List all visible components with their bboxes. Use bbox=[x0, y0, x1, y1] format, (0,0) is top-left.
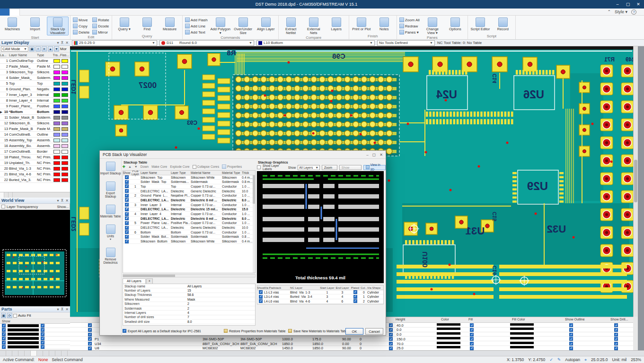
layer-color-swatch[interactable] bbox=[53, 150, 60, 154]
part-fill-checkbox[interactable] bbox=[41, 345, 44, 349]
move-down-icon[interactable]: ▼ bbox=[134, 165, 138, 168]
layer-color-swatch[interactable] bbox=[53, 70, 60, 74]
layer-show-checkbox[interactable] bbox=[125, 235, 129, 239]
layer-color-swatch[interactable] bbox=[53, 76, 60, 80]
collapse-cores-checkbox[interactable]: Collapse Cores bbox=[193, 165, 219, 169]
close-button[interactable]: ✕ bbox=[634, 1, 643, 8]
stackup-row[interactable]: Solder_Mask_Bot... Soldermask Soldermask… bbox=[123, 235, 255, 240]
row-fill-checkbox[interactable] bbox=[470, 333, 474, 337]
ribbon-button-external-nets[interactable]: External Nets bbox=[303, 17, 325, 35]
ribbon-button-delete[interactable]: Delete bbox=[72, 29, 90, 35]
row-outline-checkbox[interactable] bbox=[569, 323, 573, 327]
delete-layer-icon[interactable]: ✕ bbox=[42, 46, 47, 52]
part-fill-checkbox[interactable] bbox=[41, 337, 44, 340]
style-dropdown[interactable]: Style ▾ bbox=[615, 9, 627, 14]
maximize-button[interactable]: ▢ bbox=[623, 1, 633, 8]
via-show-checkbox[interactable] bbox=[259, 299, 263, 303]
cancel-button[interactable]: Cancel bbox=[365, 328, 383, 335]
row-fill-color-swatch[interactable] bbox=[510, 332, 534, 335]
layer-show-checkbox[interactable] bbox=[125, 184, 129, 188]
ribbon-button-stack-up-visualizer[interactable]: Stack Up Visualizer bbox=[47, 17, 69, 35]
ribbon-button-find[interactable]: Find bbox=[136, 17, 158, 34]
row-height-checkbox[interactable] bbox=[389, 337, 393, 341]
row-color-swatch[interactable] bbox=[437, 346, 460, 348]
property-row[interactable]: Smallest drill size 8.0 bbox=[123, 320, 255, 324]
part-show-checkbox[interactable] bbox=[2, 324, 6, 328]
layer-flash-swatch[interactable] bbox=[62, 127, 68, 131]
layer-color-swatch[interactable] bbox=[53, 133, 60, 137]
ribbon-tab[interactable] bbox=[39, 9, 48, 16]
parts-left-row[interactable] bbox=[0, 337, 70, 341]
layer-panel-tab[interactable] bbox=[0, 192, 4, 198]
layer-row[interactable]: 11 Solder_Mask_B Solderm. bbox=[0, 115, 70, 121]
ribbon-tab[interactable] bbox=[48, 9, 58, 16]
stackup-row[interactable]: DIELECTRIC_LA... Dielectric Dielectric 8… bbox=[123, 216, 255, 221]
check-icon[interactable]: ✓ bbox=[549, 357, 553, 362]
row-outline-checkbox[interactable] bbox=[569, 342, 573, 346]
layer-flash-swatch[interactable] bbox=[62, 99, 68, 103]
panel-close-icon[interactable]: ✕ bbox=[65, 199, 69, 203]
layer-flash-swatch[interactable] bbox=[62, 156, 68, 159]
layer-color-swatch[interactable] bbox=[53, 110, 60, 114]
layer-color-swatch[interactable] bbox=[53, 167, 60, 171]
property-row[interactable]: Where Measured Mask bbox=[123, 297, 255, 302]
via-row[interactable]: L1-L3 vias Blind_Via_1-3 1 3 0 Cylinder bbox=[257, 290, 383, 295]
stackup-row[interactable]: 1 Top Top Copper 0.73 oz... Conductor 1.… bbox=[123, 184, 255, 189]
layer-row[interactable]: 16 Assembly_Bo. Assemb. bbox=[0, 143, 70, 149]
ribbon-tab[interactable] bbox=[9, 9, 20, 16]
property-row[interactable]: Internal Layers 4 bbox=[123, 311, 255, 315]
part-color-swatch[interactable] bbox=[8, 346, 39, 348]
layer-show-checkbox[interactable] bbox=[125, 203, 129, 207]
layer-show-checkbox[interactable] bbox=[125, 189, 129, 193]
layer-row[interactable]: 7 Inner_Layer_3 Internal bbox=[0, 92, 70, 98]
row-drill-checkbox[interactable] bbox=[614, 342, 618, 346]
dialog-rail-button[interactable]: Import Stackup▾ bbox=[100, 162, 121, 175]
row-outline-checkbox[interactable] bbox=[569, 337, 573, 341]
layer-show-checkbox[interactable] bbox=[125, 175, 129, 179]
row-color-swatch[interactable] bbox=[437, 323, 460, 326]
dock-tab[interactable] bbox=[62, 351, 68, 356]
layer-flash-swatch[interactable] bbox=[62, 82, 68, 86]
property-row[interactable]: Silkscreen 2 bbox=[123, 302, 255, 306]
ribbon-button-zoom-all[interactable]: Zoom All bbox=[398, 17, 421, 23]
ribbon-button-notes[interactable]: Notes bbox=[373, 17, 395, 34]
auto-fit-checkbox[interactable] bbox=[13, 314, 17, 318]
dock-tab[interactable] bbox=[18, 351, 25, 356]
ribbon-button-add-text[interactable]: Add Text bbox=[184, 29, 209, 35]
edit-icon[interactable]: ✎ bbox=[557, 357, 561, 362]
ribbon-button-dcode[interactable]: Dcode bbox=[91, 23, 110, 29]
ribbon-button-redraw[interactable]: Redraw bbox=[398, 23, 421, 29]
ribbon-button-over-under-size[interactable]: Over/Under Size bbox=[232, 17, 254, 35]
more-label[interactable]: Mor bbox=[60, 47, 67, 51]
row-color-swatch[interactable] bbox=[437, 342, 460, 344]
parts-dock-row[interactable]: U34 8BIT_D/A_CONV_3CH 8BIT_D/A_CONV_3CH … bbox=[70, 341, 633, 346]
layer-color-swatch[interactable] bbox=[53, 104, 60, 108]
layer-color-swatch[interactable] bbox=[53, 99, 60, 103]
stackup-row[interactable]: DIELECTRIC_LA... Dielectric Generic Diel… bbox=[123, 225, 255, 230]
row-fill-color-swatch[interactable] bbox=[510, 323, 534, 326]
via-row[interactable]: L3-L4 vias Buried_Via_3-4 3 4 1 Cylinder bbox=[257, 294, 383, 299]
layer-color-swatch[interactable] bbox=[53, 173, 60, 176]
selection-filter-strip[interactable]: Selection Filter bbox=[638, 9, 644, 356]
layer-color-swatch[interactable] bbox=[53, 121, 60, 125]
all-layers-tab[interactable]: All Layers bbox=[123, 278, 146, 284]
row-drill-checkbox[interactable] bbox=[614, 323, 618, 327]
part-show-checkbox[interactable] bbox=[2, 332, 6, 336]
row-fill-color-swatch[interactable] bbox=[510, 337, 534, 339]
stackup-row[interactable]: 3 Inner_Layer_3 Internal Copper 0.73 oz.… bbox=[123, 203, 255, 207]
row-fill-checkbox[interactable] bbox=[470, 337, 474, 341]
parts-refresh-icon[interactable]: ⟳ bbox=[7, 313, 12, 318]
layer-show-checkbox[interactable] bbox=[125, 194, 129, 198]
ribbon-button-extract-netlist[interactable]: Extract Netlist bbox=[280, 17, 302, 35]
ribbon-button-script-editor[interactable]: Script Editor bbox=[469, 17, 491, 34]
layer-color-swatch[interactable] bbox=[53, 161, 60, 165]
row-show-checkbox[interactable] bbox=[88, 346, 92, 350]
stackup-row[interactable]: Silkscreen_Bottom Silkscreen Silkscreen … bbox=[123, 239, 255, 244]
row-outline-checkbox[interactable] bbox=[569, 333, 573, 337]
save-materials-button[interactable]: Save New Materials to Materials Table bbox=[288, 329, 348, 333]
layer-row[interactable]: 1 ComOutlineTop Outline bbox=[0, 58, 70, 64]
row-show-checkbox[interactable] bbox=[88, 323, 92, 327]
layers-filter-dropdown[interactable]: All Layers▼ bbox=[298, 165, 320, 170]
part-color-swatch[interactable] bbox=[8, 333, 39, 336]
part-color-swatch[interactable] bbox=[8, 324, 39, 327]
